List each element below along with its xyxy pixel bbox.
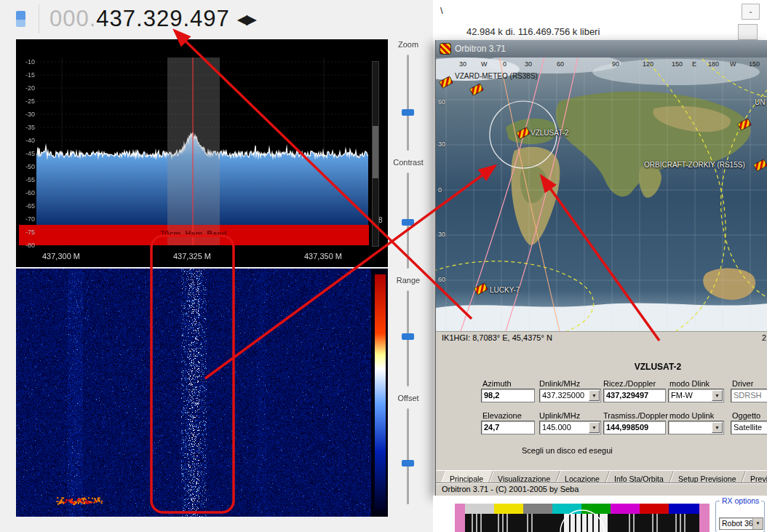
zoom-slider-thumb[interactable] <box>402 109 414 116</box>
lon-tick: 180 <box>708 60 719 68</box>
driver-label: Driver <box>732 379 753 388</box>
satellite-label[interactable]: VZARD-METEO (RS38S) <box>455 72 538 80</box>
offset-slider[interactable] <box>407 408 409 504</box>
observer-location-bar: IK1HGI: 8,7083° E, 45,4375° N 2 <box>436 331 767 343</box>
tab-previsione[interactable]: Previsione <box>742 471 767 483</box>
azimuth-field[interactable]: 98,2 <box>481 389 535 402</box>
explorer-status-bar: 42.984 k di. 116.469.756 k liberi <box>433 23 767 41</box>
chevron-down-icon[interactable]: ▼ <box>752 518 763 529</box>
frequency-value[interactable]: 437.329.497 <box>96 6 229 32</box>
satellite-label[interactable]: UN <box>755 98 765 106</box>
tab-locazione[interactable]: Locazione <box>556 471 610 483</box>
lat-tick: 60 <box>438 276 445 283</box>
lon-tick: 150 <box>749 60 760 68</box>
lon-tick: 30 <box>525 60 532 68</box>
freq-tick: 437,350 M <box>304 252 342 261</box>
spectrum-scale-slider[interactable] <box>372 61 379 247</box>
lon-tick: W <box>481 60 488 68</box>
chevron-down-icon[interactable]: ▼ <box>589 390 600 401</box>
db-tick: -40 <box>17 137 35 150</box>
db-tick: -55 <box>17 176 35 189</box>
lat-tick: 0 <box>438 186 442 194</box>
divider <box>39 4 39 33</box>
downlink-label: Dnlink/MHz <box>539 379 580 388</box>
satellite-label[interactable]: ORBICRAFT-ZORKIY (RS15S) <box>644 161 745 169</box>
satellite-data-panel: VZLUSAT-2 Azimuth 98,2 Elevazione 24,7 D… <box>436 343 767 470</box>
orbitron-tab-bar: Principale Visualizzazione Locazione Inf… <box>436 470 767 483</box>
zoom-slider-label: Zoom <box>387 40 429 49</box>
elevation-field[interactable]: 24,7 <box>481 421 535 434</box>
dlink-mode-combo[interactable]: FM-W▼ <box>668 389 724 402</box>
frequency-display[interactable]: 000. 437.329.497 ◀▶ <box>10 3 301 35</box>
downlink-combo[interactable]: 437.325000▼ <box>539 389 601 402</box>
contrast-slider-thumb[interactable] <box>402 219 414 226</box>
satellite-label[interactable]: LUCKY-7 <box>490 286 520 294</box>
rx-options-title: RX options <box>720 496 761 505</box>
db-tick: -80 <box>17 242 35 255</box>
elevation-label: Elevazione <box>482 411 522 420</box>
rx-doppler-field[interactable]: 437,329497 <box>603 389 666 402</box>
observer-location: IK1HGI: 8,7083° E, 45,4375° N <box>442 333 552 342</box>
rx-mode-combo[interactable]: Robot 36▼ <box>719 517 763 530</box>
object-field[interactable]: Satellite <box>731 421 767 434</box>
db-tick: -65 <box>17 202 35 215</box>
orbitron-app-icon <box>440 43 451 55</box>
tab-principale[interactable]: Principale <box>441 471 493 483</box>
spectrum-display[interactable]: -10 -15 -20 -25 -30 -35 -40 -45 -50 -55 … <box>16 39 388 267</box>
dlink-mode-label: modo Dlink <box>669 379 710 388</box>
panel-hint-text: Scegli un disco ed esegui <box>522 446 613 455</box>
dropdown-button[interactable]: ⌄ <box>742 4 760 20</box>
lat-tick: 30 <box>438 140 445 148</box>
orbitron-title-text: Orbitron 3.71 <box>455 44 506 54</box>
driver-field[interactable]: SDRSH <box>731 389 767 402</box>
rx-doppler-label: Ricez./Doppler <box>603 379 656 388</box>
lon-tick: 60 <box>557 60 564 68</box>
tab-visualizzazione[interactable]: Visualizzazione <box>489 471 560 483</box>
frequency-prefix: 000. <box>49 6 96 32</box>
lat-tick: 30 <box>438 231 445 238</box>
spectrum-scale-thumb[interactable] <box>373 126 378 178</box>
chevron-down-icon[interactable]: ▼ <box>712 390 723 401</box>
chevron-down-icon[interactable]: ▼ <box>589 422 600 433</box>
satellite-map[interactable]: 30 W 0 30 60 90 120 150 E 180 W 150 60 3… <box>436 57 767 331</box>
browse-button[interactable] <box>738 24 758 40</box>
uplink-mode-label: modo Uplink <box>669 411 714 420</box>
satellite-label[interactable]: VZLUSAT-2 <box>530 129 569 137</box>
path-text: \ <box>440 5 443 16</box>
rx-options-groupbox: RX options Robot 36▼ <box>715 501 765 532</box>
db-tick: -25 <box>17 98 35 111</box>
tab-info-sta-orbita[interactable]: Info Sta/Orbita <box>605 471 674 483</box>
observer-time-partial: 2 <box>762 332 766 344</box>
chevron-down-icon[interactable]: ▼ <box>712 422 723 433</box>
tx-doppler-label: Trasmiss./Doppler <box>603 411 668 420</box>
orbitron-window: Orbitron 3.71 <box>435 40 767 496</box>
freq-tick: 437,300 M <box>42 252 80 261</box>
frequency-step-arrows-icon[interactable]: ◀▶ <box>237 11 255 28</box>
range-slider-thumb[interactable] <box>402 333 414 340</box>
offset-slider-thumb[interactable] <box>402 460 414 467</box>
orbitron-status-bar: Orbitron 3.71 - (C) 2001-2005 by Seba <box>436 483 767 496</box>
freq-tick: 437,325 M <box>173 252 211 261</box>
uplink-combo[interactable]: 145.000▼ <box>539 421 601 434</box>
tx-doppler-field[interactable]: 144,998509 <box>603 421 666 434</box>
db-tick: -10 <box>17 58 35 71</box>
zoom-slider[interactable] <box>407 55 409 151</box>
waterfall-display[interactable] <box>16 269 388 517</box>
lon-tick: E <box>692 60 696 68</box>
lon-tick: 150 <box>672 60 683 68</box>
db-tick: -50 <box>17 163 35 176</box>
db-scale: -10 -15 -20 -25 -30 -35 -40 -45 -50 -55 … <box>17 58 35 255</box>
azimuth-label: Azimuth <box>482 379 512 388</box>
object-label: Oggetto <box>732 411 760 420</box>
db-tick: -20 <box>17 84 35 98</box>
waterfall-canvas[interactable] <box>16 269 388 517</box>
orbitron-titlebar[interactable]: Orbitron 3.71 <box>436 40 767 57</box>
offset-slider-label: Offset <box>387 394 429 402</box>
free-space-text: 42.984 k di. 116.469.756 k liberi <box>466 26 600 37</box>
lon-tick: 120 <box>643 60 653 68</box>
lon-tick: W <box>730 60 736 68</box>
band-plan-label: 70cm. Ham. Band <box>151 229 236 238</box>
lon-tick: 30 <box>459 60 466 68</box>
tab-setup-previsione[interactable]: Setup Previsione <box>669 471 747 483</box>
uplink-mode-combo[interactable]: ▼ <box>668 421 724 434</box>
